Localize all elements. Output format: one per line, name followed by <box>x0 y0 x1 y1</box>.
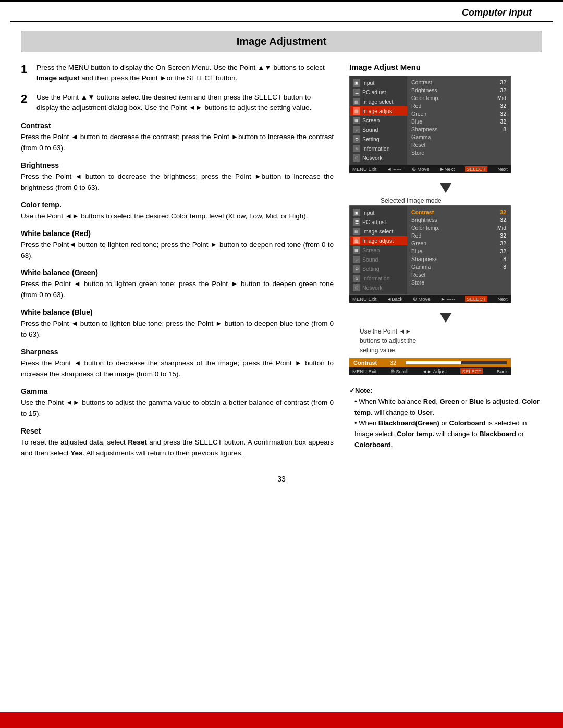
m2-imageselect-icon: ▤ <box>353 228 360 235</box>
sharpness-heading: Sharpness <box>21 348 334 356</box>
osd-network-label: Network <box>362 155 383 161</box>
m2-setting-icon: ⚙ <box>353 265 360 273</box>
contrast-heading: Contrast <box>21 121 334 130</box>
osd-m2-blue: Blue32 <box>411 247 506 255</box>
osd-m2-information: ℹ Information <box>350 274 407 283</box>
osd-right-reset: Reset <box>411 141 506 149</box>
osd-m2-reset: Reset <box>411 270 506 278</box>
page-header-title: Computer Input <box>10 2 553 22</box>
osd-m2-gamma: Gamma8 <box>411 263 506 270</box>
osd-right-store: Store <box>411 149 506 156</box>
note-item-1: When White balance Red, Green or Blue is… <box>354 397 542 418</box>
information-icon: ℹ <box>353 145 360 152</box>
m2-information-icon: ℹ <box>353 275 360 282</box>
section-title: Image Adjustment <box>21 31 542 52</box>
osd-m2-sound: ♪ Sound <box>350 255 407 264</box>
osd-right-gamma: Gamma <box>411 133 506 141</box>
osd-right-blue: Blue32 <box>411 117 506 125</box>
osd-small-bar-bg <box>406 361 507 364</box>
osd-right-sharpness: Sharpness8 <box>411 125 506 133</box>
white-balance-blue-heading: White balance (Blue) <box>21 308 334 316</box>
osd-menu-2-left: ▣ Input ☰ PC adjust ▤ Image select ▧ <box>350 206 407 294</box>
white-balance-green-heading: White balance (Green) <box>21 268 334 277</box>
imageselect-icon: ▤ <box>353 98 360 105</box>
footer-bar <box>0 712 563 728</box>
osd-m2-setting: ⚙ Setting <box>350 264 407 274</box>
note-title: ✓Note: <box>349 386 542 397</box>
reset-body: To reset the adjusted data, select Reset… <box>21 437 334 459</box>
osd-imageadjust-label: Image adjust <box>362 108 394 114</box>
osd-right-green: Green32 <box>411 109 506 117</box>
osd-right-red: Red32 <box>411 102 506 109</box>
osd-item-pcadjust: ☰ PC adjust <box>350 88 407 97</box>
gamma-body: Use the Point ◄► buttons to adjust the g… <box>21 398 334 419</box>
left-column: 1 Press the MENU button to display the O… <box>21 63 334 459</box>
note-item-2: When Blackboard(Green) or Colorboard is … <box>354 418 542 450</box>
osd-small-bar: Contrast 32 <box>349 358 511 367</box>
osd-menu-1-right: Contrast32 Brightness32 Color temp.Mid R… <box>407 76 510 165</box>
arrow-down-2 <box>349 308 542 324</box>
brightness-heading: Brightness <box>21 161 334 169</box>
osd-m2-colortemp: Color temp.Mid <box>411 224 506 231</box>
osd-m2-contrast: Contrast32 <box>411 208 506 216</box>
osd-menu-2-statusbar: MENU Exit◄Back⊕ Move► -----SELECTNext <box>349 295 511 303</box>
svg-marker-1 <box>440 313 451 323</box>
network-icon: ⊞ <box>353 154 360 162</box>
note-list: When White balance Red, Green or Blue is… <box>349 397 542 451</box>
osd-screen-label: Screen <box>362 117 380 124</box>
osd-right-contrast: Contrast32 <box>411 78 506 86</box>
osd-menu-1-statusbar: MENU Exit◄ -----⊕ Move►NextSELECTNext <box>349 165 511 173</box>
osd-small-bar-fill <box>406 361 461 364</box>
osd-setting-label: Setting <box>362 136 380 142</box>
selected-mode-label: Selected Image mode <box>381 197 542 204</box>
page-number: 33 <box>21 475 542 483</box>
step-1-text: Press the MENU button to display the On-… <box>36 63 334 84</box>
osd-item-imageselect: ▤ Image select <box>350 97 407 106</box>
osd-m2-store: Store <box>411 278 506 286</box>
imageadjust-icon: ▧ <box>353 107 360 115</box>
white-balance-blue-body: Press the Point ◄ button to lighten blue… <box>21 318 334 340</box>
osd-small-label: Contrast <box>353 360 385 366</box>
arrow-down-1 <box>349 178 542 194</box>
step-1-number: 1 <box>21 63 31 84</box>
osd-pcadjust-label: PC adjust <box>362 89 386 95</box>
osd-m2-pcadjust: ☰ PC adjust <box>350 217 407 227</box>
white-balance-red-heading: White balance (Red) <box>21 229 334 238</box>
reset-heading: Reset <box>21 427 334 435</box>
osd-menu-1: ▣ Input ☰ PC adjust ▤ Image select ▧ <box>349 76 542 173</box>
m2-screen-icon: ▦ <box>353 246 360 254</box>
osd-imageselect-label: Image select <box>362 98 394 105</box>
m2-sound-icon: ♪ <box>353 256 360 263</box>
m2-network-icon: ⊞ <box>353 284 360 291</box>
osd-information-label: Information <box>362 145 390 152</box>
osd-m2-red: Red32 <box>411 231 506 239</box>
osd-small-container: Contrast 32 MENU Exit⊕ Scroll◄► AdjustSE… <box>349 358 542 375</box>
step-2-text: Use the Point ▲▼ buttons select the desi… <box>36 92 334 114</box>
m2-imageadjust-icon: ▧ <box>353 237 360 244</box>
brightness-body: Press the Point ◄ button to decrease the… <box>21 171 334 193</box>
osd-input-label: Input <box>362 80 374 86</box>
use-point-text: Use the Point ◄►buttons to adjust theset… <box>360 327 542 355</box>
image-adjust-menu-title: Image Adjust Menu <box>349 63 542 71</box>
osd-item-sound: ♪ Sound <box>350 125 407 134</box>
osd-m2-input: ▣ Input <box>350 208 407 217</box>
osd-right-colortemp: Color temp.Mid <box>411 94 506 102</box>
gamma-heading: Gamma <box>21 387 334 396</box>
pcadjust-icon: ☰ <box>353 89 360 96</box>
screen-icon: ▦ <box>353 117 360 124</box>
osd-item-screen: ▦ Screen <box>350 116 407 125</box>
input-icon: ▣ <box>353 79 360 87</box>
setting-icon: ⚙ <box>353 135 360 143</box>
osd-small-statusbar: MENU Exit⊕ Scroll◄► AdjustSELECTBack <box>349 367 511 375</box>
osd-menu-1-left: ▣ Input ☰ PC adjust ▤ Image select ▧ <box>350 76 407 165</box>
right-column: Image Adjust Menu ▣ Input ☰ PC adjust <box>349 63 542 459</box>
m2-pcadjust-icon: ☰ <box>353 218 360 226</box>
osd-item-setting: ⚙ Setting <box>350 134 407 144</box>
osd-item-input: ▣ Input <box>350 78 407 88</box>
osd-menu-2-right: Contrast32 Brightness32 Color temp.Mid R… <box>407 206 510 294</box>
osd-menu-2-box: ▣ Input ☰ PC adjust ▤ Image select ▧ <box>349 205 511 295</box>
color-temp-heading: Color temp. <box>21 201 334 209</box>
osd-m2-brightness: Brightness32 <box>411 216 506 224</box>
osd-right-brightness: Brightness32 <box>411 86 506 94</box>
m2-input-icon: ▣ <box>353 209 360 216</box>
